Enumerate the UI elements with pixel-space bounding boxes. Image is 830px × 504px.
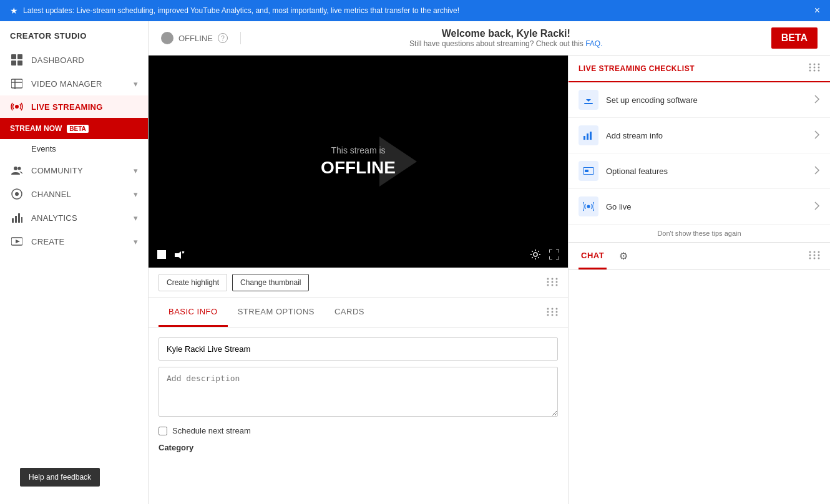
svg-point-41 <box>809 64 811 65</box>
right-panel: LIVE STREAMING CHECKLIST <box>568 56 830 504</box>
video-manager-label: VIDEO MANAGER <box>31 79 102 89</box>
actions-dots-icon[interactable] <box>547 278 558 288</box>
change-thumbnail-button[interactable]: Change thumbnail <box>232 274 309 291</box>
chat-header: CHAT ⚙ <box>569 243 830 270</box>
video-manager-icon <box>10 78 24 89</box>
svg-point-8 <box>14 167 17 170</box>
sidebar-title: CREATOR STUDIO <box>0 21 148 48</box>
schedule-label: Schedule next stream <box>172 426 251 435</box>
svg-point-61 <box>814 251 816 253</box>
chat-dots-icon[interactable] <box>809 251 820 261</box>
encoding-label: Set up encoding software <box>606 95 814 105</box>
checklist-dots-icon[interactable] <box>809 63 820 74</box>
sidebar-item-live-streaming[interactable]: LIVE STREAMING <box>0 95 148 118</box>
help-feedback-button[interactable]: Help and feedback <box>20 468 100 487</box>
chat-settings-icon[interactable]: ⚙ <box>617 243 630 269</box>
svg-point-29 <box>556 278 558 279</box>
create-chevron-icon: ▾ <box>134 237 138 246</box>
svg-point-32 <box>547 308 549 309</box>
schedule-checkbox[interactable] <box>159 427 167 435</box>
banner-close-button[interactable]: × <box>814 5 820 16</box>
svg-rect-15 <box>21 217 22 223</box>
sidebar-item-dashboard[interactable]: DASHBOARD <box>0 48 148 72</box>
live-streaming-label: LIVE STREAMING <box>31 102 103 112</box>
stream-info-label: Add stream info <box>606 131 814 140</box>
dashboard-icon <box>10 54 24 65</box>
sidebar-item-channel[interactable]: CHANNEL ▾ <box>0 182 148 206</box>
checklist-item-encoding[interactable]: Set up encoding software <box>569 82 830 118</box>
svg-marker-19 <box>175 251 181 259</box>
sidebar: CREATOR STUDIO DASHBOARD <box>0 21 149 504</box>
banner-text: Latest updates: Live-stream scheduling, … <box>23 6 459 15</box>
header-subtitle: Still have questions about streaming? Ch… <box>253 39 759 48</box>
offline-status-label: OFFLINE <box>178 34 213 43</box>
offline-help-icon[interactable]: ? <box>218 33 228 43</box>
svg-point-34 <box>547 314 549 316</box>
stream-info-icon <box>579 125 598 145</box>
channel-label: CHANNEL <box>31 190 71 199</box>
dashboard-label: DASHBOARD <box>31 56 84 65</box>
svg-point-35 <box>552 308 554 309</box>
content-area: OFFLINE ? Welcome back, Kyle Racki! Stil… <box>149 21 830 504</box>
banner-content: ★ Latest updates: Live-stream scheduling… <box>10 6 459 16</box>
stream-title-input[interactable] <box>159 337 558 361</box>
svg-point-48 <box>818 67 820 69</box>
go-live-chevron-icon <box>814 201 820 213</box>
sidebar-item-create[interactable]: CREATE ▾ <box>0 230 148 253</box>
mute-button[interactable] <box>173 250 186 262</box>
offline-dot <box>161 32 173 44</box>
sidebar-item-events[interactable]: Events <box>0 139 148 158</box>
community-label: COMMUNITY <box>31 166 83 175</box>
svg-rect-14 <box>18 213 20 223</box>
svg-point-57 <box>587 205 590 208</box>
svg-rect-1 <box>17 54 22 59</box>
analytics-label: ANALYTICS <box>31 213 77 223</box>
svg-point-58 <box>809 251 811 253</box>
dont-show-tips[interactable]: Don't show these tips again <box>569 225 830 243</box>
channel-chevron-icon: ▾ <box>134 190 138 199</box>
svg-point-42 <box>809 67 811 69</box>
create-label: CREATE <box>31 237 65 246</box>
chat-tab[interactable]: CHAT <box>579 243 607 269</box>
svg-point-63 <box>814 258 816 259</box>
svg-point-60 <box>809 258 811 259</box>
tab-cards[interactable]: CARDS <box>325 298 374 327</box>
svg-point-23 <box>547 278 549 279</box>
svg-rect-4 <box>11 79 22 88</box>
tabs-dots-icon[interactable] <box>547 308 558 318</box>
stream-now-button[interactable]: Stream now BETA <box>0 118 148 139</box>
svg-point-47 <box>818 64 820 65</box>
svg-point-7 <box>15 105 19 109</box>
video-controls <box>149 243 568 268</box>
video-player: This stream is OFFLINE <box>149 56 568 268</box>
sidebar-item-analytics[interactable]: ANALYTICS ▾ <box>0 206 148 230</box>
checklist-item-optional[interactable]: Optional features <box>569 153 830 189</box>
checklist-item-stream-info[interactable]: Add stream info <box>569 118 830 153</box>
create-highlight-button[interactable]: Create highlight <box>159 274 227 291</box>
svg-point-36 <box>552 311 554 313</box>
svg-rect-0 <box>11 54 16 59</box>
chevron-icon: ▾ <box>134 79 138 89</box>
svg-point-62 <box>814 254 816 256</box>
update-banner: ★ Latest updates: Live-stream scheduling… <box>0 0 830 21</box>
stream-now-beta-badge: BETA <box>67 125 88 133</box>
svg-point-28 <box>552 284 554 286</box>
beta-badge: BETA <box>771 27 818 49</box>
play-arrow-icon <box>379 137 417 187</box>
svg-rect-51 <box>583 136 585 140</box>
faq-link[interactable]: FAQ. <box>585 39 602 48</box>
tab-stream-options[interactable]: STREAM OPTIONS <box>228 298 325 327</box>
svg-point-22 <box>534 253 537 256</box>
checklist-header: LIVE STREAMING CHECKLIST <box>569 56 830 82</box>
stream-description-input[interactable] <box>159 367 558 417</box>
settings-button[interactable] <box>529 248 542 263</box>
checklist-item-go-live[interactable]: Go live <box>569 189 830 225</box>
svg-point-33 <box>547 311 549 313</box>
sidebar-item-video-manager[interactable]: VIDEO MANAGER ▾ <box>0 72 148 95</box>
svg-point-43 <box>809 70 811 72</box>
sidebar-item-community[interactable]: COMMUNITY ▾ <box>0 158 148 182</box>
stop-button[interactable] <box>156 249 167 262</box>
optional-chevron-icon <box>814 165 820 177</box>
tab-basic-info[interactable]: BASIC INFO <box>159 298 228 327</box>
fullscreen-button[interactable] <box>548 248 560 263</box>
